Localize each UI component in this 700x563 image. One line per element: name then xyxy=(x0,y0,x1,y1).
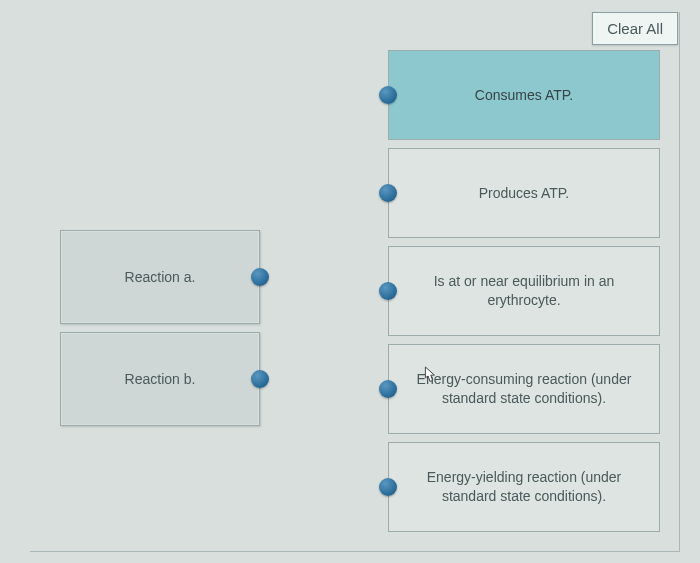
target-label: Energy-consuming reaction (under standar… xyxy=(403,370,645,408)
connector-dot[interactable] xyxy=(379,380,397,398)
source-reaction-b[interactable]: Reaction b. xyxy=(60,332,260,426)
target-equilibrium[interactable]: Is at or near equilibrium in an erythroc… xyxy=(388,246,660,336)
target-produces-atp[interactable]: Produces ATP. xyxy=(388,148,660,238)
target-label: Produces ATP. xyxy=(479,184,570,203)
connector-dot[interactable] xyxy=(251,370,269,388)
left-column: Reaction a. Reaction b. xyxy=(60,230,260,434)
connector-dot[interactable] xyxy=(379,86,397,104)
right-column: Consumes ATP. Produces ATP. Is at or nea… xyxy=(388,50,660,540)
source-reaction-a[interactable]: Reaction a. xyxy=(60,230,260,324)
target-label: Is at or near equilibrium in an erythroc… xyxy=(403,272,645,310)
connector-dot[interactable] xyxy=(379,184,397,202)
target-energy-yielding[interactable]: Energy-yielding reaction (under standard… xyxy=(388,442,660,532)
target-label: Consumes ATP. xyxy=(475,86,573,105)
source-label: Reaction b. xyxy=(125,370,196,389)
connector-dot[interactable] xyxy=(379,478,397,496)
target-label: Energy-yielding reaction (under standard… xyxy=(403,468,645,506)
target-consumes-atp[interactable]: Consumes ATP. xyxy=(388,50,660,140)
connector-dot[interactable] xyxy=(379,282,397,300)
clear-all-button[interactable]: Clear All xyxy=(592,12,678,45)
connector-dot[interactable] xyxy=(251,268,269,286)
source-label: Reaction a. xyxy=(125,268,196,287)
target-energy-consuming[interactable]: Energy-consuming reaction (under standar… xyxy=(388,344,660,434)
